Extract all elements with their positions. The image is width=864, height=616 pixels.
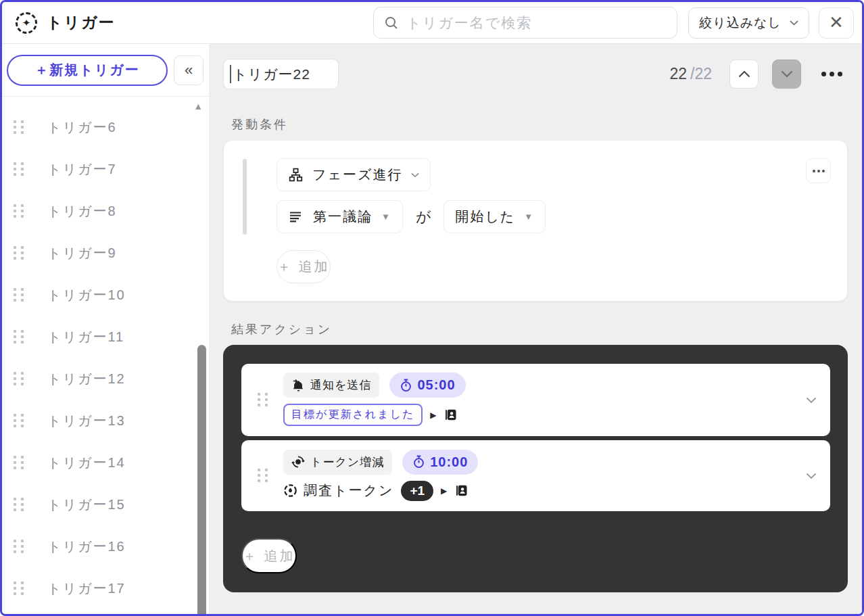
trigger-list: ▲ トリガー6 トリガー7 トリガー8 トリガー9: [2, 97, 209, 614]
expand-action-icon[interactable]: [806, 473, 817, 479]
trigger-item-label: トリガー16: [47, 538, 126, 556]
drag-handle-icon[interactable]: [14, 120, 24, 134]
sidebar-item-trigger-7[interactable]: トリガー7: [2, 148, 209, 190]
token-row: 調査トークン: [283, 481, 393, 500]
address-book-icon: [454, 483, 469, 498]
action-timer-chip[interactable]: 05:00: [389, 373, 465, 398]
trigger-sidebar: ＋新規トリガー « ▲ トリガー6 トリガー7 トリガー8: [2, 44, 209, 614]
token-name-label: 調査トークン: [304, 481, 393, 500]
trigger-editor: トリガー22 22 /22: [209, 44, 862, 614]
sidebar-item-trigger-17[interactable]: トリガー17: [2, 567, 209, 609]
stopwatch-icon: [412, 455, 425, 469]
bell-send-icon: [291, 379, 305, 392]
scroll-up-icon[interactable]: ▲: [193, 101, 203, 112]
trigger-logo-icon: ✦: [16, 12, 37, 34]
editor-toolbar: トリガー22 22 /22: [223, 59, 848, 89]
chevron-down-icon: [781, 70, 793, 78]
condition-accent-bar: [243, 159, 247, 235]
condition-subject-label: 第一議論: [313, 208, 373, 226]
triangle-right-icon: ▶: [441, 486, 447, 496]
token-delta-badge: +1: [401, 481, 433, 501]
action-type-chip[interactable]: 通知を送信: [283, 373, 379, 398]
action-timer-chip[interactable]: 10:00: [402, 450, 478, 475]
drag-handle-icon[interactable]: [14, 288, 24, 302]
sidebar-item-trigger-12[interactable]: トリガー12: [2, 358, 209, 400]
add-condition-button[interactable]: ＋ 追加: [277, 250, 331, 283]
chevron-down-icon: [411, 172, 419, 178]
address-book-icon: [443, 408, 458, 422]
close-button[interactable]: ✕: [819, 7, 854, 39]
action-card-token[interactable]: トークン増減 10:00: [241, 440, 830, 511]
condition-state-dropdown[interactable]: 開始した ▼: [443, 200, 546, 233]
condition-state-label: 開始した: [455, 208, 515, 226]
trigger-item-label: トリガー17: [47, 579, 126, 598]
search-icon: [384, 16, 399, 30]
coin-rotate-icon: [291, 455, 305, 469]
trigger-item-label: トリガー12: [47, 370, 126, 388]
sidebar-item-trigger-10[interactable]: トリガー10: [2, 274, 209, 316]
trigger-item-label: トリガー6: [47, 118, 117, 137]
action-timer-value: 05:00: [417, 377, 455, 393]
triangle-down-icon: ▼: [524, 212, 534, 222]
prev-trigger-button[interactable]: [729, 60, 759, 89]
add-action-button[interactable]: ＋ 追加: [241, 538, 297, 573]
trigger-name-input[interactable]: トリガー22: [223, 59, 339, 89]
trigger-item-label: トリガー11: [47, 328, 124, 346]
condition-type-dropdown[interactable]: フェーズ進行: [277, 158, 431, 191]
sidebar-item-trigger-8[interactable]: トリガー8: [2, 190, 209, 232]
condition-card: フェーズ進行: [223, 140, 848, 302]
search-input[interactable]: トリガー名で検索: [373, 7, 677, 39]
sidebar-item-trigger-6[interactable]: トリガー6: [2, 106, 209, 148]
drag-handle-icon[interactable]: [14, 540, 24, 553]
drag-handle-icon[interactable]: [258, 393, 268, 406]
list-lines-icon: [288, 210, 304, 224]
chevron-up-icon: [738, 70, 750, 78]
sidebar-item-trigger-15[interactable]: トリガー15: [2, 483, 209, 525]
condition-menu-button[interactable]: [806, 158, 831, 183]
sidebar-item-trigger-9[interactable]: トリガー9: [2, 232, 209, 274]
filter-label: 絞り込みなし: [699, 14, 782, 32]
drag-handle-icon[interactable]: [14, 498, 24, 511]
trigger-item-label: トリガー14: [47, 454, 126, 472]
token-chip-icon: [283, 483, 297, 498]
window-header: ✦ トリガー トリガー名で検索 絞り込みなし ✕: [2, 2, 862, 44]
sidebar-item-trigger-14[interactable]: トリガー14: [2, 442, 209, 483]
drag-handle-icon[interactable]: [14, 162, 24, 176]
condition-particle: が: [416, 207, 431, 227]
drag-handle-icon[interactable]: [258, 469, 268, 482]
trigger-item-label: トリガー8: [47, 202, 117, 220]
sidebar-item-trigger-13[interactable]: トリガー13: [2, 400, 209, 442]
ellipsis-icon: [813, 170, 825, 172]
trigger-item-label: トリガー9: [47, 244, 117, 262]
chevron-down-icon: [790, 20, 798, 26]
collapse-sidebar-button[interactable]: «: [174, 55, 203, 85]
notification-message-chip[interactable]: 目標が更新されました: [283, 404, 423, 426]
condition-section-label: 発動条件: [231, 116, 848, 133]
more-menu-button[interactable]: [821, 72, 842, 76]
drag-handle-icon[interactable]: [14, 204, 24, 218]
expand-action-icon[interactable]: [806, 397, 817, 404]
triangle-down-icon: ▼: [381, 212, 391, 222]
action-section-label: 結果アクション: [231, 321, 848, 337]
close-icon: ✕: [829, 12, 844, 33]
drag-handle-icon[interactable]: [14, 456, 24, 469]
new-trigger-button[interactable]: ＋新規トリガー: [7, 55, 168, 86]
drag-handle-icon[interactable]: [14, 372, 24, 385]
sidebar-scrollbar[interactable]: [197, 345, 206, 614]
trigger-name-value: トリガー22: [233, 65, 310, 84]
drag-handle-icon[interactable]: [14, 414, 24, 427]
action-type-chip[interactable]: トークン増減: [283, 450, 392, 475]
action-card-notify[interactable]: 通知を送信 05:00: [241, 364, 830, 436]
condition-type-label: フェーズ進行: [312, 166, 402, 184]
next-trigger-button[interactable]: [772, 60, 801, 89]
drag-handle-icon[interactable]: [14, 246, 24, 260]
sidebar-item-trigger-11[interactable]: トリガー11: [2, 316, 209, 358]
page-title: トリガー: [47, 12, 116, 33]
trigger-item-label: トリガー7: [47, 160, 117, 179]
drag-handle-icon[interactable]: [14, 582, 24, 595]
condition-subject-dropdown[interactable]: 第一議論 ▼: [277, 200, 403, 233]
drag-handle-icon[interactable]: [14, 330, 24, 343]
filter-dropdown[interactable]: 絞り込みなし: [688, 7, 809, 39]
sidebar-toolbar: ＋新規トリガー «: [2, 44, 209, 97]
sidebar-item-trigger-16[interactable]: トリガー16: [2, 525, 209, 567]
